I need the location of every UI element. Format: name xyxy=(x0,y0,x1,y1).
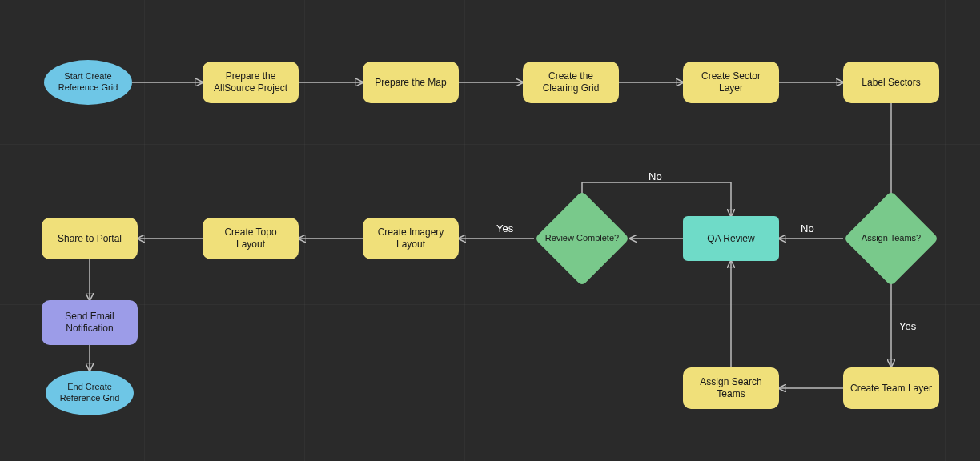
process-assign-search-teams[interactable]: Assign Search Teams xyxy=(683,367,779,409)
process-team-layer[interactable]: Create Team Layer xyxy=(843,367,939,409)
edge-label-assign-yes: Yes xyxy=(899,320,916,332)
node-label: Assign Teams? xyxy=(862,233,921,244)
node-label: Create Sector Layer xyxy=(689,70,773,94)
node-label: End Create Reference Grid xyxy=(52,382,127,404)
process-sector-layer[interactable]: Create Sector Layer xyxy=(683,62,779,103)
node-label: Create Imagery Layout xyxy=(369,226,452,251)
decision-assign-teams[interactable]: Assign Teams? xyxy=(843,202,939,275)
end-node[interactable]: End Create Reference Grid xyxy=(46,371,134,415)
node-label: Assign Search Teams xyxy=(689,376,773,400)
process-label-sectors[interactable]: Label Sectors xyxy=(843,62,939,103)
node-label: Create the Clearing Grid xyxy=(529,70,612,94)
node-label: Label Sectors xyxy=(862,77,920,89)
flowchart-canvas[interactable]: Start Create Reference Grid Prepare the … xyxy=(0,0,980,461)
process-clearing-grid[interactable]: Create the Clearing Grid xyxy=(523,62,619,103)
node-label: QA Review xyxy=(707,233,754,245)
node-label: Share to Portal xyxy=(58,233,122,245)
node-label: Create Team Layer xyxy=(850,383,932,395)
edge-label-assign-no: No xyxy=(801,222,814,235)
node-label: Review Complete? xyxy=(545,233,619,244)
process-send-email[interactable]: Send Email Notification xyxy=(42,300,138,345)
edges-layer xyxy=(0,0,980,461)
node-label: Send Email Notification xyxy=(48,311,131,335)
node-label: Prepare the Map xyxy=(375,77,446,89)
edge-label-review-yes: Yes xyxy=(496,222,513,235)
process-imagery-layout[interactable]: Create Imagery Layout xyxy=(363,218,459,259)
start-node[interactable]: Start Create Reference Grid xyxy=(44,60,132,105)
process-prepare-map[interactable]: Prepare the Map xyxy=(363,62,459,103)
process-share-portal[interactable]: Share to Portal xyxy=(42,218,138,259)
node-label: Start Create Reference Grid xyxy=(50,71,126,94)
decision-review-complete[interactable]: Review Complete? xyxy=(534,202,630,275)
node-label: Prepare the AllSource Project xyxy=(209,70,292,94)
process-topo-layout[interactable]: Create Topo Layout xyxy=(203,218,299,259)
process-prepare-allsource[interactable]: Prepare the AllSource Project xyxy=(203,62,299,103)
node-label: Create Topo Layout xyxy=(209,226,292,251)
edge-label-review-no: No xyxy=(649,170,662,182)
subprocess-qa-review[interactable]: QA Review xyxy=(683,216,779,261)
